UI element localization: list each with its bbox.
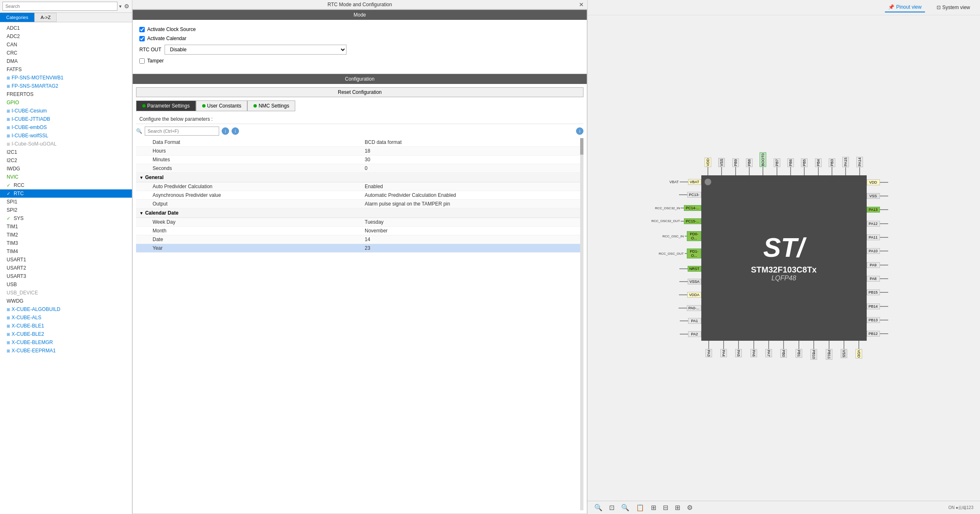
settings-icon[interactable]: ⚙ [687, 504, 693, 512]
sidebar-item-icube-wolfssl[interactable]: ⊞I-CUBE-wolfSSL [0, 131, 132, 140]
sidebar-item-iwdg[interactable]: IWDG [0, 165, 132, 173]
pinout-view-btn[interactable]: 📌 Pinout view [885, 2, 925, 12]
sidebar-item-gpio[interactable]: GPIO [0, 98, 132, 107]
tab-dot-3 [253, 104, 257, 108]
fit-icon[interactable]: ⊞ [651, 504, 656, 512]
activate-calendar-checkbox[interactable] [139, 36, 145, 41]
pin-box-pb14: PB14 [867, 304, 880, 309]
system-view-btn[interactable]: ⊡ System view [933, 3, 973, 12]
sidebar-item-tim1[interactable]: TIM1 [0, 222, 132, 231]
sidebar-item-fatfs[interactable]: FATFS [0, 65, 132, 74]
sidebar-item-xcube-als[interactable]: ⊞X-CUBE-ALS [0, 313, 132, 322]
tab-parameter-settings[interactable]: Parameter Settings [136, 100, 196, 111]
pin-pa10: PA10 [867, 248, 888, 254]
sidebar-item-i2c1[interactable]: I2C1 [0, 148, 132, 156]
config-body: Reset Configuration Parameter Settings U… [133, 84, 587, 514]
pin-line [783, 341, 784, 349]
tab-user-constants[interactable]: User Constants [196, 100, 248, 111]
search-dropdown-arrow[interactable]: ▼ [118, 4, 122, 9]
sidebar-item-sys[interactable]: SYS [0, 214, 132, 222]
sidebar-item-xcube-ble2[interactable]: ⊞X-CUBE-BLE2 [0, 330, 132, 338]
sidebar-item-icube-jttiadb[interactable]: ⊞I-CUBE-JTTIADB [0, 115, 132, 123]
sidebar-item-tim4[interactable]: TIM4 [0, 247, 132, 256]
pin-line [753, 341, 754, 349]
sidebar-item-fp-sns-moten[interactable]: ⊞FP-SNS-MOTENVWB1 [0, 74, 132, 82]
pin-line [880, 196, 888, 196]
pin-line [844, 341, 844, 349]
pin-pa1: PA1 [680, 318, 701, 324]
sidebar-item-freertos[interactable]: FREERTOS [0, 90, 132, 98]
sidebar-item-adc2[interactable]: ADC2 [0, 32, 132, 41]
group-calendar-date[interactable]: ▼ Calendar Date [136, 208, 580, 218]
gear-icon[interactable]: ⚙ [124, 3, 129, 10]
layers-icon[interactable]: 📋 [636, 504, 644, 512]
sidebar-item-spi2[interactable]: SPI2 [0, 206, 132, 214]
sidebar-item-adc1[interactable]: ADC1 [0, 24, 132, 32]
sidebar-item-spi1[interactable]: SPI1 [0, 198, 132, 206]
sidebar-item-usart3[interactable]: USART3 [0, 272, 132, 280]
tab-nmc-settings[interactable]: NMC Settings [247, 100, 295, 111]
search-param-icon: 🔍 [136, 128, 142, 134]
tamper-checkbox[interactable] [139, 58, 145, 64]
close-button[interactable]: ✕ [579, 1, 584, 8]
rtc-out-select[interactable]: DisableEnable [165, 45, 347, 55]
info-icon-2[interactable]: i [232, 127, 239, 135]
sidebar-item-icube-embos[interactable]: ⊞I-CUBE-embOS [0, 123, 132, 131]
pin-line [804, 167, 805, 175]
sidebar-item-fp-sns-smart[interactable]: ⊞FP-SNS-SMARTAG2 [0, 82, 132, 90]
expand-icon[interactable]: ⊡ [609, 504, 614, 512]
sidebar-item-nvic[interactable]: NVIC [0, 173, 132, 181]
group-general[interactable]: ▼ General [136, 173, 580, 182]
chip-name: STM32F103C8Tx [751, 265, 817, 275]
tab-az[interactable]: A->Z [34, 13, 57, 22]
sidebar-item-icube-som[interactable]: ⊞I-Cube-SoM-uGOAL [0, 140, 132, 148]
main-layout: ▼ ⚙ Categories A->Z ADC1 ADC2 CAN CRC DM… [0, 0, 980, 514]
sidebar-item-tim3[interactable]: TIM3 [0, 239, 132, 247]
pin-line [708, 341, 709, 349]
split-icon[interactable]: ⊟ [663, 504, 668, 512]
grid-icon[interactable]: ⊞ [675, 504, 680, 512]
pin-line [845, 167, 846, 175]
info-icon-3[interactable]: i [576, 127, 583, 135]
tab-categories[interactable]: Categories [0, 13, 34, 22]
pin-pa9: PA9 [867, 262, 888, 268]
reset-config-button[interactable]: Reset Configuration [136, 87, 583, 97]
sidebar-item-tim2[interactable]: TIM2 [0, 231, 132, 239]
zoom-out-icon[interactable]: 🔍 [621, 504, 629, 512]
pin-pb12: PB12 [867, 331, 888, 337]
activate-clock-checkbox[interactable] [139, 27, 145, 32]
sidebar-item-usart1[interactable]: USART1 [0, 256, 132, 264]
sidebar-item-i2c2[interactable]: I2C2 [0, 156, 132, 165]
param-row-week-day: Week Day Tuesday [136, 218, 580, 227]
watermark: ON ●云端123 [948, 505, 973, 511]
sidebar-item-xcube-algobuild[interactable]: ⊞X-CUBE-ALGOBUILD [0, 305, 132, 313]
sidebar-item-crc[interactable]: CRC [0, 49, 132, 57]
search-input[interactable] [2, 2, 117, 11]
sidebar-item-usart2[interactable]: USART2 [0, 264, 132, 272]
sidebar-item-rcc[interactable]: RCC [0, 181, 132, 189]
param-search-input[interactable] [145, 127, 219, 136]
sidebar-item-icube-cesium[interactable]: ⊞I-CUBE-Cesium [0, 107, 132, 115]
pin-pa14: PA14 [856, 157, 863, 175]
pin-label-pa4: PA4 [720, 349, 727, 357]
scrollbar-track[interactable] [580, 138, 583, 510]
sidebar-item-dma[interactable]: DMA [0, 57, 132, 65]
sidebar-item-xcube-blemgr[interactable]: ⊞X-CUBE-BLEMGR [0, 338, 132, 347]
config-tabs: Parameter Settings User Constants NMC Se… [136, 100, 583, 111]
param-row-auto-prediv: Auto Predivider Calculation Enabled [136, 182, 580, 191]
pin-pb7: PB7 [774, 158, 780, 175]
scrollbar-thumb[interactable] [580, 138, 583, 155]
sidebar-item-usb-device[interactable]: USB_DEVICE [0, 289, 132, 297]
sidebar-item-can[interactable]: CAN [0, 41, 132, 49]
pin-label-text-rcc32in: RCC_OSC32_IN [655, 206, 680, 210]
sidebar-item-xcube-ble1[interactable]: ⊞X-CUBE-BLE1 [0, 322, 132, 330]
info-icon-1[interactable]: i [222, 127, 229, 135]
sidebar-item-usb[interactable]: USB [0, 280, 132, 289]
pin-line [880, 223, 888, 224]
zoom-in-icon[interactable]: 🔍 [594, 504, 602, 512]
param-row-month: Month November [136, 227, 580, 235]
sidebar-item-xcube-eeprma1[interactable]: ⊞X-CUBE-EEPRMA1 [0, 347, 132, 355]
pin-box-pa2: PA2 [688, 331, 701, 337]
sidebar-item-rtc[interactable]: RTC [0, 189, 132, 198]
sidebar-item-wwdg[interactable]: WWDG [0, 297, 132, 305]
